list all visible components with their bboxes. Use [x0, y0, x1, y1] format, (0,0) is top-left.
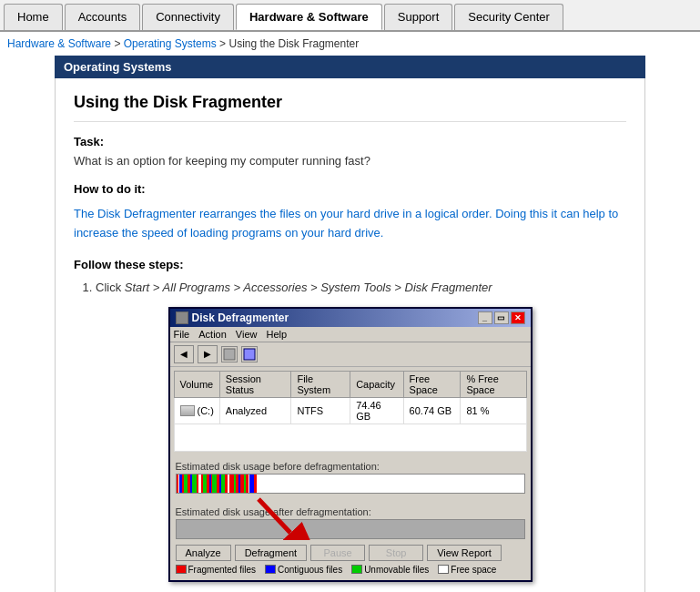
- drive-icon: [180, 405, 195, 416]
- tab-home[interactable]: Home: [4, 4, 63, 30]
- toolbar-back[interactable]: ◀: [174, 345, 194, 363]
- defrag-window: Disk Defragmenter _ ▭ ✕ File Action View…: [168, 307, 533, 582]
- cell-capacity: 74.46 GB: [350, 397, 403, 424]
- cell-free: 60.74 GB: [403, 397, 461, 424]
- after-label: Estimated disk usage after defragmentati…: [176, 506, 525, 517]
- content-box: Using the Disk Fragmenter Task: What is …: [55, 78, 645, 592]
- how-label: How to do it:: [74, 182, 626, 196]
- defrag-body: Estimated disk usage before defragmentat…: [170, 455, 531, 580]
- content-area: Operating Systems Using the Disk Fragmen…: [55, 56, 645, 592]
- menu-view[interactable]: View: [236, 329, 258, 340]
- col-capacity: Capacity: [350, 371, 403, 397]
- defrag-buttons: Analyze Defragment Pause Stop View Repor…: [176, 545, 525, 561]
- defrag-app-icon: [176, 311, 188, 324]
- stop-button[interactable]: Stop: [369, 545, 423, 561]
- defrag-window-wrapper: Disk Defragmenter _ ▭ ✕ File Action View…: [74, 307, 626, 582]
- tab-security-center[interactable]: Security Center: [454, 4, 563, 30]
- before-bar: [176, 474, 525, 494]
- breadcrumb-current: Using the Disk Fragmenter: [228, 37, 359, 50]
- defrag-menubar: File Action View Help: [170, 327, 531, 342]
- step-1: Click Start > All Programs > Accessories…: [96, 281, 626, 294]
- tab-accounts[interactable]: Accounts: [65, 4, 140, 30]
- breadcrumb-os[interactable]: Operating Systems: [124, 37, 217, 50]
- analyze-button[interactable]: Analyze: [176, 545, 231, 561]
- titlebar-left: Disk Defragmenter: [176, 311, 289, 324]
- legend-fragmented-label: Fragmented files: [188, 565, 256, 575]
- legend-contiguous: Contiguous files: [265, 565, 342, 575]
- legend-contiguous-icon: [265, 565, 276, 574]
- view-report-button[interactable]: View Report: [427, 545, 502, 561]
- legend-fragmented-icon: [176, 565, 187, 574]
- top-navigation: Home Accounts Connectivity Hardware & So…: [0, 0, 700, 32]
- red-arrow: [249, 495, 322, 543]
- legend-unmovable: Unmovable files: [351, 565, 429, 575]
- menu-help[interactable]: Help: [266, 329, 287, 340]
- steps-list: Click Start > All Programs > Accessories…: [96, 281, 626, 294]
- legend-free-icon: [438, 565, 449, 574]
- legend-free-label: Free space: [451, 565, 496, 575]
- legend-contiguous-label: Contiguous files: [278, 565, 342, 575]
- legend-free: Free space: [438, 565, 496, 575]
- titlebar-controls[interactable]: _ ▭ ✕: [478, 311, 525, 324]
- close-button[interactable]: ✕: [511, 311, 525, 324]
- svg-rect-1: [244, 349, 255, 360]
- legend: Fragmented files Contiguous files Unmova…: [176, 565, 525, 575]
- section-header: Operating Systems: [55, 56, 645, 78]
- article-title: Using the Disk Fragmenter: [74, 93, 626, 122]
- toolbar-action1[interactable]: [221, 346, 238, 362]
- col-status: Session Status: [219, 371, 291, 397]
- drive-table-container: Volume Session Status File System Capaci…: [170, 367, 531, 455]
- description-text: The Disk Defragmenter rearranges the fil…: [74, 205, 626, 243]
- minimize-button[interactable]: _: [478, 311, 492, 324]
- tab-connectivity[interactable]: Connectivity: [142, 4, 234, 30]
- defrag-title: Disk Defragmenter: [192, 311, 289, 324]
- cell-volume: (C:): [174, 397, 219, 424]
- task-text: What is an option for keeping my compute…: [74, 154, 626, 168]
- task-label: Task:: [74, 135, 626, 148]
- table-row: (C:) Analyzed NTFS 74.46 GB 60.74 GB 81 …: [174, 397, 526, 424]
- toolbar-action2[interactable]: [241, 346, 258, 362]
- empty-row: [174, 424, 526, 451]
- col-filesystem: File System: [291, 371, 350, 397]
- tab-support[interactable]: Support: [384, 4, 453, 30]
- legend-unmovable-icon: [351, 565, 362, 574]
- cell-fs: NTFS: [291, 397, 350, 424]
- steps-label: Follow these steps:: [74, 258, 626, 271]
- menu-action[interactable]: Action: [198, 329, 227, 340]
- legend-fragmented: Fragmented files: [176, 565, 256, 575]
- maximize-button[interactable]: ▭: [494, 311, 509, 324]
- before-section: Estimated disk usage before defragmentat…: [176, 461, 525, 494]
- svg-rect-0: [224, 349, 235, 360]
- menu-file[interactable]: File: [174, 329, 190, 340]
- cell-status: Analyzed: [219, 397, 291, 424]
- col-freespace: Free Space: [403, 371, 461, 397]
- tab-hardware-software[interactable]: Hardware & Software: [236, 4, 382, 30]
- pause-button[interactable]: Pause: [310, 545, 365, 561]
- toolbar-forward[interactable]: ▶: [198, 345, 218, 363]
- legend-unmovable-label: Unmovable files: [364, 565, 429, 575]
- breadcrumb-hardware[interactable]: Hardware & Software: [7, 37, 111, 50]
- after-section: Estimated disk usage after defragmentati…: [176, 506, 525, 539]
- cell-pct: 81 %: [461, 397, 526, 424]
- svg-line-3: [259, 499, 290, 533]
- defrag-toolbar: ◀ ▶: [170, 342, 531, 367]
- drive-table: Volume Session Status File System Capaci…: [174, 371, 527, 452]
- breadcrumb: Hardware & Software > Operating Systems …: [0, 32, 700, 56]
- after-bar: [176, 519, 525, 539]
- defrag-titlebar: Disk Defragmenter _ ▭ ✕: [170, 309, 531, 327]
- defragment-button[interactable]: Defragment: [235, 545, 307, 561]
- col-freepct: % Free Space: [461, 371, 526, 397]
- before-label: Estimated disk usage before defragmentat…: [176, 461, 525, 472]
- col-volume: Volume: [174, 371, 219, 397]
